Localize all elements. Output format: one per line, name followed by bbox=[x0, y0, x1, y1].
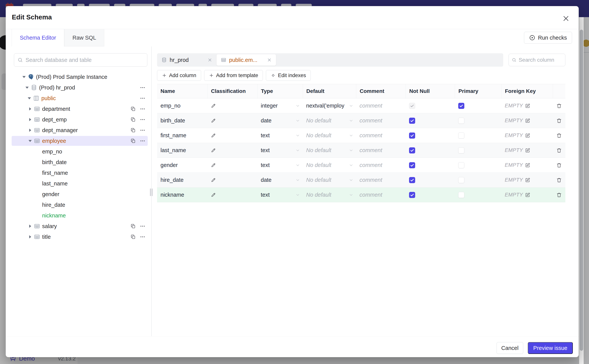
trash-icon[interactable] bbox=[556, 177, 562, 183]
tree-item-hire_date[interactable]: hire_date bbox=[12, 200, 148, 210]
pencil-icon[interactable] bbox=[211, 148, 216, 153]
chevron-down-icon[interactable] bbox=[349, 163, 353, 168]
cell-comment[interactable]: comment bbox=[356, 158, 406, 172]
chevron-down-icon[interactable] bbox=[295, 133, 300, 138]
close-icon[interactable] bbox=[562, 15, 569, 22]
cell-comment[interactable]: comment bbox=[356, 98, 406, 113]
cell-default[interactable]: No default bbox=[303, 158, 356, 172]
tree-item-public[interactable]: public bbox=[12, 93, 148, 103]
edit-foreign-key-icon[interactable] bbox=[525, 162, 530, 168]
pencil-icon[interactable] bbox=[211, 133, 216, 138]
caret-down-icon[interactable] bbox=[27, 138, 33, 144]
copy-icon[interactable] bbox=[130, 127, 136, 133]
caret-down-icon[interactable] bbox=[27, 95, 32, 101]
button-add-column[interactable]: Add column bbox=[157, 70, 201, 81]
copy-icon[interactable] bbox=[130, 106, 136, 112]
cell-default[interactable]: nextval('employ bbox=[303, 98, 356, 113]
cell-name[interactable]: last_name bbox=[157, 143, 207, 158]
chevron-down-icon[interactable] bbox=[349, 148, 353, 153]
not-null-checkbox[interactable] bbox=[409, 132, 415, 139]
cell-name[interactable]: birth_date bbox=[157, 113, 207, 128]
cell-name[interactable]: hire_date bbox=[157, 173, 207, 187]
trash-icon[interactable] bbox=[556, 118, 562, 124]
tree-item-nickname[interactable]: nickname bbox=[12, 211, 148, 221]
cell-comment[interactable]: comment bbox=[356, 143, 406, 158]
not-null-checkbox[interactable] bbox=[409, 147, 415, 153]
cell-default[interactable]: No default bbox=[303, 143, 356, 158]
chevron-down-icon[interactable] bbox=[295, 193, 300, 197]
chevron-down-icon[interactable] bbox=[295, 178, 300, 182]
tree-item-last_name[interactable]: last_name bbox=[12, 179, 148, 188]
cell-type[interactable]: text bbox=[257, 128, 303, 143]
trash-icon[interactable] bbox=[556, 103, 562, 109]
ellipsis-menu-icon[interactable] bbox=[140, 223, 145, 229]
edit-foreign-key-icon[interactable] bbox=[525, 148, 530, 153]
primary-checkbox[interactable] bbox=[458, 192, 464, 198]
cell-default[interactable]: No default bbox=[303, 128, 356, 143]
cell-type[interactable]: date bbox=[257, 173, 303, 187]
cell-type[interactable]: text bbox=[257, 188, 303, 202]
ellipsis-menu-icon[interactable] bbox=[140, 106, 145, 112]
tree-item--prod-prod-sample-instance[interactable]: (Prod) Prod Sample Instance bbox=[12, 72, 148, 82]
edit-foreign-key-icon[interactable] bbox=[525, 118, 530, 123]
pencil-icon[interactable] bbox=[211, 118, 216, 123]
chevron-down-icon[interactable] bbox=[349, 133, 353, 138]
cell-default[interactable]: No default bbox=[303, 173, 356, 187]
edit-foreign-key-icon[interactable] bbox=[525, 103, 530, 109]
pencil-icon[interactable] bbox=[211, 162, 216, 168]
trash-icon[interactable] bbox=[556, 133, 562, 138]
chevron-down-icon[interactable] bbox=[295, 148, 300, 153]
tree-item--prod-hr_prod[interactable]: (Prod) hr_prod bbox=[12, 83, 148, 92]
tree-item-title[interactable]: title bbox=[12, 232, 148, 242]
editor-tab-hr_prod[interactable]: hr_prod bbox=[157, 53, 217, 67]
not-null-checkbox[interactable] bbox=[409, 118, 415, 124]
cell-comment[interactable]: comment bbox=[356, 128, 406, 143]
trash-icon[interactable] bbox=[556, 148, 562, 153]
caret-down-icon[interactable] bbox=[24, 85, 30, 91]
chevron-down-icon[interactable] bbox=[295, 118, 300, 123]
tree-item-salary[interactable]: salary bbox=[12, 221, 148, 231]
panel-resize-handle[interactable] bbox=[150, 188, 153, 196]
cell-name[interactable]: first_name bbox=[157, 128, 207, 143]
cell-name[interactable]: nickname bbox=[157, 188, 207, 202]
trash-icon[interactable] bbox=[556, 192, 562, 198]
tab-schema-editor[interactable]: Schema Editor bbox=[12, 29, 64, 46]
not-null-checkbox[interactable] bbox=[409, 103, 415, 109]
copy-icon[interactable] bbox=[130, 117, 136, 122]
copy-icon[interactable] bbox=[130, 223, 136, 229]
edit-foreign-key-icon[interactable] bbox=[525, 177, 530, 183]
cell-type[interactable]: text bbox=[257, 143, 303, 158]
primary-checkbox[interactable] bbox=[458, 177, 464, 183]
ellipsis-menu-icon[interactable] bbox=[140, 95, 145, 101]
tree-item-dept_emp[interactable]: dept_emp bbox=[12, 115, 148, 124]
chevron-down-icon[interactable] bbox=[349, 118, 353, 123]
not-null-checkbox[interactable] bbox=[409, 192, 415, 198]
chevron-down-icon[interactable] bbox=[295, 163, 300, 168]
page-scrollbar[interactable] bbox=[579, 17, 584, 364]
pencil-icon[interactable] bbox=[211, 177, 216, 183]
chevron-down-icon[interactable] bbox=[349, 178, 353, 182]
cell-type[interactable]: text bbox=[257, 158, 303, 172]
copy-icon[interactable] bbox=[130, 138, 136, 144]
tree-item-employee[interactable]: employee bbox=[12, 136, 148, 146]
ellipsis-menu-icon[interactable] bbox=[140, 85, 145, 91]
edit-foreign-key-icon[interactable] bbox=[525, 133, 530, 138]
preview-issue-button[interactable]: Preview issue bbox=[528, 342, 573, 354]
primary-checkbox[interactable] bbox=[458, 118, 464, 124]
caret-right-icon[interactable] bbox=[27, 117, 33, 122]
close-tab-icon[interactable] bbox=[267, 58, 272, 62]
cell-type[interactable]: integer bbox=[257, 98, 303, 113]
tree-item-department[interactable]: department bbox=[12, 104, 148, 114]
edit-foreign-key-icon[interactable] bbox=[525, 192, 530, 198]
tree-item-birth_date[interactable]: birth_date bbox=[12, 157, 148, 167]
pencil-icon[interactable] bbox=[211, 192, 216, 198]
tree-item-gender[interactable]: gender bbox=[12, 189, 148, 199]
scrollbar-thumb[interactable] bbox=[580, 30, 583, 351]
cell-name[interactable]: gender bbox=[157, 158, 207, 172]
tree-item-dept_manager[interactable]: dept_manager bbox=[12, 125, 148, 135]
caret-right-icon[interactable] bbox=[27, 223, 33, 229]
chevron-down-icon[interactable] bbox=[295, 104, 300, 108]
caret-right-icon[interactable] bbox=[27, 127, 33, 133]
primary-checkbox[interactable] bbox=[458, 132, 464, 139]
trash-icon[interactable] bbox=[556, 162, 562, 168]
